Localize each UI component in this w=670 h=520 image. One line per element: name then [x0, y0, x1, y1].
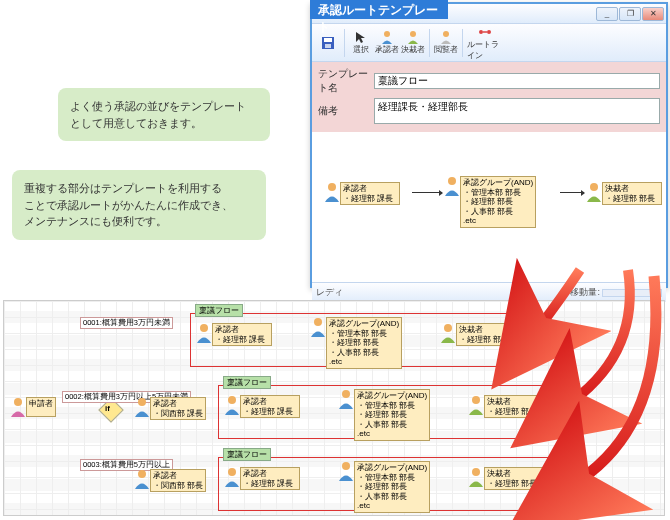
- node-line: .etc: [329, 357, 399, 367]
- actor-icon: [468, 467, 484, 487]
- statusbar: レディ 移動量:: [312, 282, 666, 302]
- node-line: ・経理部 部長: [329, 338, 399, 348]
- svg-point-20: [138, 470, 146, 478]
- window-title-banner: 承認ルートテンプレート: [310, 0, 448, 19]
- node-line: ・管理本部 部長: [357, 401, 427, 411]
- lower-diagram[interactable]: 申請者 if 0001:概算費用3万円未満 0002:概算費用3万円以上5万円未…: [3, 300, 665, 516]
- node-line: ・経理部 課長: [343, 194, 397, 204]
- actor-icon: [440, 323, 456, 343]
- node-title: 申請者: [29, 399, 53, 409]
- status-right-label: 移動量:: [570, 286, 600, 299]
- node-title: 承認グループ(AND): [357, 463, 427, 473]
- viewer-icon: [439, 30, 453, 44]
- node-line: ・経理部 課長: [243, 407, 297, 417]
- svg-point-7: [487, 30, 491, 34]
- actor-icon: [134, 397, 150, 417]
- connector: [560, 192, 584, 193]
- template-name-input[interactable]: [374, 73, 660, 89]
- node-title: 承認者: [215, 325, 269, 335]
- close-button[interactable]: ✕: [642, 7, 664, 21]
- flow-node[interactable]: 決裁者・経理部 部長: [468, 395, 544, 418]
- routeline-button[interactable]: ルートライン: [467, 25, 503, 61]
- flow-node[interactable]: 承認グループ(AND)・管理本部 部長・経理部 部長・人事部 部長.etc: [310, 317, 402, 369]
- node-line: ・経理部 部長: [357, 410, 427, 420]
- node-line: ・経理部 課長: [215, 335, 269, 345]
- zoom-track[interactable]: [602, 289, 662, 297]
- status-left: レディ: [316, 286, 343, 299]
- actor-icon: [224, 395, 240, 415]
- node-line: ・人事部 部長: [357, 420, 427, 430]
- node-title: 承認グループ(AND): [329, 319, 399, 329]
- viewer-label: 閲覧者: [434, 44, 458, 55]
- node-title: 承認者: [343, 184, 397, 194]
- callout-line: 重複する部分はテンプレートを利用する: [24, 180, 254, 197]
- node-line: ・管理本部 部長: [463, 188, 533, 198]
- svg-point-4: [410, 31, 416, 37]
- svg-point-22: [342, 462, 350, 470]
- viewer-button[interactable]: 閲覧者: [434, 30, 458, 55]
- node-line: ・経理部 部長: [357, 482, 427, 492]
- svg-point-14: [314, 318, 322, 326]
- flow-node[interactable]: 承認グループ(AND)・管理本部 部長・経理部 部長・人事部 部長.etc: [338, 461, 430, 513]
- flow-node[interactable]: 承認者・経理部 課長: [196, 323, 272, 346]
- approver-icon: [380, 30, 394, 44]
- actor-icon: [134, 469, 150, 489]
- node-title: 決裁者: [605, 184, 659, 194]
- flow-node[interactable]: 承認者・経理部 課長: [224, 395, 300, 418]
- actor-icon: [338, 389, 354, 409]
- decider-button[interactable]: 決裁者: [401, 30, 425, 55]
- actor-icon: [444, 176, 460, 196]
- svg-point-6: [479, 30, 483, 34]
- save-button[interactable]: [316, 36, 340, 50]
- if-label: if: [105, 404, 110, 413]
- actor-icon: [586, 182, 602, 202]
- toolbar-separator: [429, 29, 430, 57]
- node-line: ・経理部 部長: [605, 194, 659, 204]
- minimize-button[interactable]: _: [596, 7, 618, 21]
- frame-title: 稟議フロー: [223, 448, 271, 461]
- applicant-node[interactable]: 申請者: [10, 397, 56, 417]
- toolbar-separator: [462, 29, 463, 57]
- node-line: ・人事部 部長: [357, 492, 427, 502]
- callout-1: よく使う承認の並びをテンプレート として用意しておきます。: [58, 88, 270, 141]
- flow-node-decider[interactable]: 決裁者 ・経理部 部長: [586, 182, 662, 205]
- flow-node-approver[interactable]: 承認者 ・経理部 課長: [324, 182, 400, 205]
- svg-rect-1: [324, 38, 332, 42]
- flow-node[interactable]: 承認者・経理部 課長: [224, 467, 300, 490]
- svg-point-12: [14, 398, 22, 406]
- svg-point-23: [472, 468, 480, 476]
- node-line: ・関西部 部長: [153, 481, 203, 491]
- svg-point-21: [228, 468, 236, 476]
- route-label: ルートライン: [467, 39, 503, 61]
- node-title: 決裁者: [459, 325, 513, 335]
- flow-node[interactable]: 承認者・関西部 部長: [134, 469, 206, 492]
- flow-node[interactable]: 決裁者・経理部 部長: [468, 467, 544, 490]
- svg-point-11: [590, 183, 598, 191]
- svg-point-5: [443, 31, 449, 37]
- node-line: ・管理本部 部長: [329, 329, 399, 339]
- actor-icon: [224, 467, 240, 487]
- svg-point-3: [384, 31, 390, 37]
- flow-canvas[interactable]: 承認者 ・経理部 課長 承認グループ(AND) ・管理本部 部長 ・経理部 部長…: [312, 132, 666, 282]
- approver-button[interactable]: 承認者: [375, 30, 399, 55]
- maximize-button[interactable]: ❐: [619, 7, 641, 21]
- flow-node[interactable]: 承認者・関西部 課長: [134, 397, 206, 420]
- flow-node[interactable]: 承認グループ(AND)・管理本部 部長・経理部 部長・人事部 部長.etc: [338, 389, 430, 441]
- svg-rect-2: [325, 44, 331, 48]
- callout-line: よく使う承認の並びをテンプレート: [70, 98, 258, 115]
- flow-node[interactable]: 決裁者・経理部 部長: [440, 323, 516, 346]
- node-line: ・経理部 部長: [487, 407, 541, 417]
- node-line: .etc: [463, 216, 533, 226]
- node-title: 承認者: [243, 397, 297, 407]
- svg-point-9: [328, 183, 336, 191]
- svg-point-19: [472, 396, 480, 404]
- flow-node-group[interactable]: 承認グループ(AND) ・管理本部 部長 ・経理部 部長 ・人事部 部長 .et…: [444, 176, 536, 228]
- note-textarea[interactable]: 経理課長・経理部長: [374, 98, 660, 124]
- svg-point-13: [200, 324, 208, 332]
- actor-icon: [310, 317, 326, 337]
- callout-line: として用意しておきます。: [70, 115, 258, 132]
- svg-point-16: [138, 398, 146, 406]
- select-button[interactable]: 選択: [349, 30, 373, 55]
- actor-icon: [468, 395, 484, 415]
- connector: [412, 192, 442, 193]
